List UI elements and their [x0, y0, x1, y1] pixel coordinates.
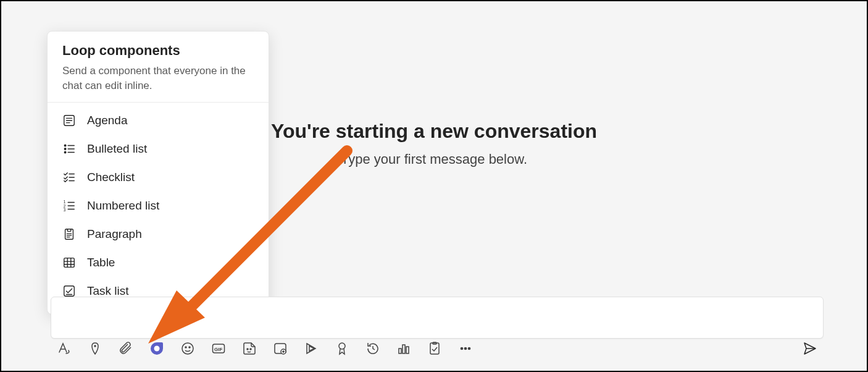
popover-list: Agenda Bulleted list Checklist: [48, 103, 269, 309]
loop-item-table[interactable]: Table: [48, 248, 269, 277]
svg-point-34: [185, 347, 186, 348]
schedule-send-button[interactable]: [364, 340, 382, 357]
send-button[interactable]: [801, 340, 819, 357]
svg-point-35: [189, 347, 190, 348]
loop-item-label: Paragraph: [87, 227, 142, 241]
svg-rect-47: [399, 349, 401, 353]
stream-button[interactable]: [303, 340, 320, 357]
svg-text:GIF: GIF: [214, 347, 222, 352]
task-list-icon: [62, 284, 76, 298]
loop-components-popover[interactable]: Loop components Send a component that ev…: [47, 31, 269, 315]
more-options-button[interactable]: [457, 340, 474, 357]
svg-text:3: 3: [64, 208, 66, 212]
loop-item-checklist[interactable]: Checklist: [48, 163, 269, 192]
checklist-icon: [62, 171, 76, 184]
svg-point-46: [339, 343, 345, 349]
svg-point-38: [247, 349, 248, 350]
loop-item-paragraph[interactable]: Paragraph: [48, 220, 269, 248]
loop-item-label: Checklist: [87, 171, 135, 184]
svg-marker-45: [309, 346, 314, 351]
svg-point-54: [468, 347, 470, 349]
svg-point-4: [64, 145, 66, 146]
praise-button[interactable]: [333, 340, 351, 357]
actions-button[interactable]: [272, 340, 289, 357]
svg-point-39: [250, 349, 251, 350]
polls-button[interactable]: [395, 340, 412, 357]
approvals-button[interactable]: [426, 340, 443, 357]
loop-item-label: Task list: [87, 284, 129, 298]
format-button[interactable]: [56, 340, 73, 357]
numbered-list-icon: 123: [62, 199, 76, 213]
loop-components-button[interactable]: [148, 340, 165, 357]
loop-item-numbered-list[interactable]: 123 Numbered list: [48, 192, 269, 220]
loop-item-label: Table: [87, 256, 115, 269]
delivery-options-button[interactable]: [86, 340, 104, 357]
paragraph-icon: [62, 227, 76, 241]
popover-description: Send a component that everyone in the ch…: [62, 64, 254, 93]
app-frame: You're starting a new conversation Type …: [0, 0, 868, 372]
table-icon: [62, 256, 76, 269]
svg-point-5: [64, 148, 66, 150]
compose-toolbar: GIF: [51, 335, 824, 362]
popover-title: Loop components: [62, 43, 254, 59]
svg-point-33: [182, 343, 193, 354]
svg-point-53: [464, 347, 466, 349]
svg-point-31: [94, 345, 96, 347]
svg-point-32: [154, 346, 160, 352]
gif-button[interactable]: GIF: [210, 340, 227, 357]
loop-item-bulleted-list[interactable]: Bulleted list: [48, 135, 269, 163]
svg-point-6: [64, 151, 66, 153]
agenda-icon: [62, 114, 76, 127]
loop-item-label: Agenda: [87, 114, 128, 127]
loop-item-label: Bulleted list: [87, 142, 147, 156]
sticker-button[interactable]: [241, 340, 258, 357]
svg-rect-48: [403, 345, 405, 353]
svg-rect-49: [406, 347, 409, 353]
svg-rect-23: [64, 258, 75, 267]
bulleted-list-icon: [62, 142, 76, 156]
popover-header: Loop components Send a component that ev…: [48, 32, 269, 103]
loop-item-agenda[interactable]: Agenda: [48, 106, 269, 135]
chat-canvas: You're starting a new conversation Type …: [2, 2, 866, 370]
loop-item-label: Numbered list: [87, 199, 159, 213]
compose-box[interactable]: [51, 297, 824, 339]
svg-rect-19: [65, 229, 73, 239]
svg-point-52: [461, 347, 462, 349]
attach-button[interactable]: [117, 340, 135, 357]
emoji-button[interactable]: [179, 340, 196, 357]
